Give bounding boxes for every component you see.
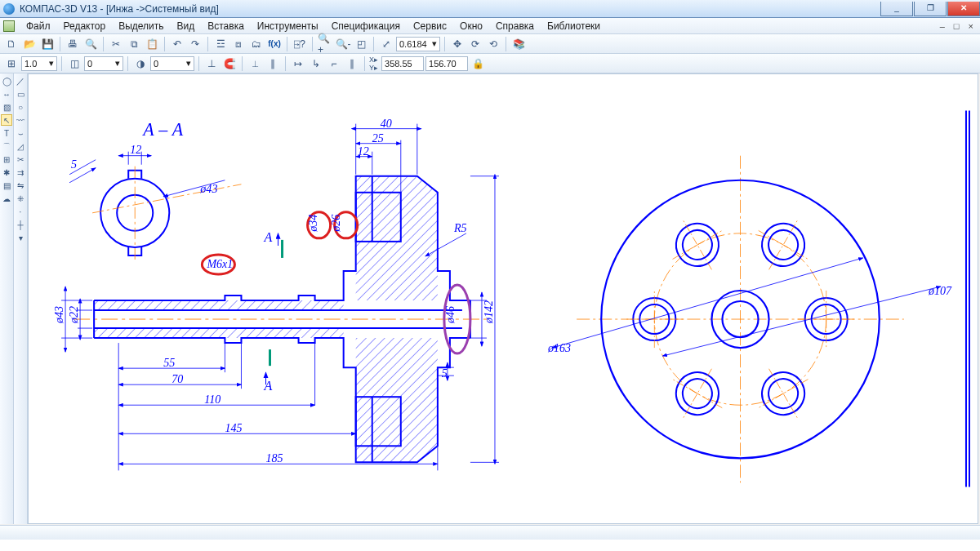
pan-button[interactable]: ✥: [449, 36, 466, 52]
rect-tool[interactable]: ▭: [15, 88, 26, 100]
coord-label-xy: X▸Y▸: [369, 56, 380, 72]
separator: [127, 56, 128, 71]
variables-button[interactable]: f(x): [266, 36, 283, 52]
tree-button[interactable]: 🗂: [248, 36, 265, 52]
constraint-button-2[interactable]: ∥: [265, 56, 281, 72]
hatch-tool[interactable]: ▨: [1, 101, 12, 113]
pointer-tool[interactable]: ↖: [1, 114, 12, 126]
offset-tool[interactable]: ⇉: [15, 167, 26, 178]
snap-button[interactable]: 🧲: [221, 56, 238, 72]
viewstate-field[interactable]: 0▾: [150, 56, 194, 71]
coord-y-field[interactable]: 156.70: [425, 56, 468, 71]
svg-text:ø163: ø163: [547, 342, 571, 354]
svg-text:ø46: ø46: [444, 306, 457, 324]
circle-tool[interactable]: ○: [15, 101, 26, 113]
zoom-in-button[interactable]: 🔍+: [317, 36, 333, 52]
grid-toggle-button[interactable]: ⊞: [3, 56, 20, 72]
svg-text:М6х1: М6х1: [206, 258, 233, 270]
mdi-minimize[interactable]: –: [937, 21, 948, 31]
svg-text:145: 145: [225, 422, 242, 434]
menu-insert[interactable]: Вставка: [201, 19, 251, 33]
chamfer-tool[interactable]: ◿: [15, 140, 26, 152]
axis-button[interactable]: ↦: [290, 56, 306, 72]
menu-view[interactable]: Вид: [171, 19, 202, 33]
redraw-button[interactable]: ⟲: [485, 36, 501, 52]
text-tool[interactable]: T: [1, 127, 12, 139]
layer-field[interactable]: 0▾: [84, 56, 123, 71]
undo-button[interactable]: ↶: [169, 36, 185, 52]
para-button[interactable]: ∥: [344, 56, 360, 72]
menu-tools[interactable]: Инструменты: [251, 19, 325, 33]
svg-text:ø34: ø34: [307, 215, 319, 233]
mdi-close[interactable]: ×: [965, 21, 977, 31]
properties-button[interactable]: ☲: [212, 36, 229, 52]
cut-button[interactable]: ✂: [108, 36, 124, 52]
svg-text:12: 12: [358, 145, 369, 158]
separator: [242, 56, 243, 71]
window-title: КОМПАС-3D V13 - [Инжа ->Системный вид]: [20, 3, 880, 15]
coord-lock-button[interactable]: 🔒: [470, 56, 486, 72]
layers-button[interactable]: ⧈: [230, 36, 247, 52]
menu-file[interactable]: Файл: [20, 19, 57, 33]
preview-button[interactable]: 🔍: [82, 36, 99, 52]
spline-tool[interactable]: 〰: [15, 114, 26, 126]
separator: [444, 37, 445, 51]
trim-tool[interactable]: ✂: [15, 153, 26, 165]
line-tool[interactable]: ／: [15, 75, 26, 87]
separator: [61, 56, 62, 71]
fillet-tool[interactable]: ⌣: [15, 127, 26, 139]
table-tool[interactable]: ⊞: [1, 153, 12, 165]
menu-window[interactable]: Окно: [453, 19, 489, 33]
array-tool[interactable]: ⁜: [15, 193, 26, 204]
point-tool[interactable]: ·: [15, 206, 26, 217]
scale-field[interactable]: 1.0▾: [21, 56, 57, 71]
zoom-fit-button[interactable]: ⤢: [378, 36, 394, 52]
print-button[interactable]: 🖶: [65, 36, 81, 52]
minimize-button[interactable]: _: [880, 2, 913, 16]
view-state-button[interactable]: ◑: [132, 56, 149, 72]
more-tool[interactable]: ▾: [15, 232, 26, 243]
doc-tool[interactable]: ▤: [1, 180, 12, 191]
rotate-button[interactable]: ⟳: [467, 36, 483, 52]
arc-tool[interactable]: ⌒: [1, 140, 12, 152]
menu-help[interactable]: Справка: [489, 19, 541, 33]
paste-button[interactable]: 📋: [144, 36, 160, 52]
coord-x-field[interactable]: 358.55: [381, 56, 424, 71]
ortho-button[interactable]: ⊥: [203, 56, 220, 72]
library-manager-button[interactable]: 📚: [510, 36, 527, 52]
zoom-out-button[interactable]: 🔍-: [335, 36, 351, 52]
document-icon[interactable]: [3, 20, 15, 32]
zoom-window-button[interactable]: ◰: [353, 36, 369, 52]
maximize-button[interactable]: ❐: [914, 2, 947, 16]
geometry-tool[interactable]: ◯: [1, 75, 12, 87]
svg-text:12: 12: [130, 144, 141, 156]
arrow-button[interactable]: ↳: [308, 56, 324, 72]
drawing-canvas[interactable]: А – А 12 5 ø43: [28, 73, 978, 524]
menu-specification[interactable]: Спецификация: [325, 19, 407, 33]
copy-button[interactable]: ⧉: [126, 36, 142, 52]
dimension-tool[interactable]: ↔: [1, 88, 12, 100]
mdi-maximize[interactable]: □: [951, 21, 963, 31]
save-button[interactable]: 💾: [39, 36, 56, 52]
symbol-tool[interactable]: ✱: [1, 167, 12, 178]
axis2-tool[interactable]: ┼: [15, 219, 26, 230]
help-context-button[interactable]: ⍈?: [292, 36, 308, 52]
mirror-tool[interactable]: ⇋: [15, 180, 26, 191]
constraint-button-1[interactable]: ⟂: [247, 56, 263, 72]
corner-button[interactable]: ⌐: [326, 56, 342, 72]
close-button[interactable]: ✕: [947, 2, 980, 16]
redo-button[interactable]: ↷: [187, 36, 203, 52]
cloud-tool[interactable]: ☁: [1, 193, 12, 204]
drawing-svg: А – А 12 5 ø43: [29, 74, 978, 523]
layer-manager-button[interactable]: ◫: [66, 56, 82, 72]
open-button[interactable]: 📂: [21, 36, 38, 52]
zoom-field[interactable]: 0.6184▾: [396, 37, 440, 51]
menu-editor[interactable]: Редактор: [57, 19, 113, 33]
svg-line-113: [662, 287, 941, 356]
left-toolbars: ◯ ↔ ▨ ↖ T ⌒ ⊞ ✱ ▤ ☁ ／ ▭ ○ 〰 ⌣ ◿ ✂ ⇉ ⇋ ⁜ …: [0, 73, 28, 524]
new-button[interactable]: 🗋: [3, 36, 20, 52]
menu-select[interactable]: Выделить: [112, 19, 170, 33]
menu-libraries[interactable]: Библиотеки: [541, 19, 607, 33]
menu-service[interactable]: Сервис: [407, 19, 453, 33]
left-toolbar-inner: ／ ▭ ○ 〰 ⌣ ◿ ✂ ⇉ ⇋ ⁜ · ┼ ▾: [14, 73, 28, 524]
